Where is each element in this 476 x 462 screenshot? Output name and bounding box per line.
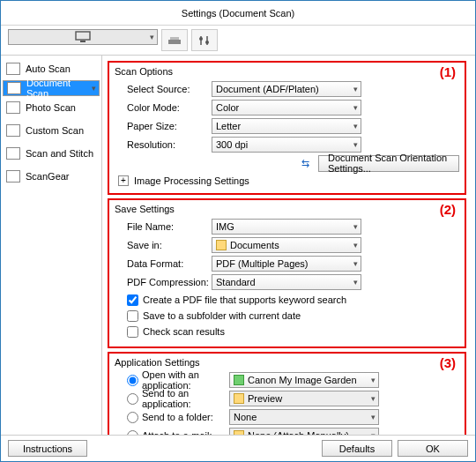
label-pdf-compression: PDF Compression: bbox=[115, 277, 212, 287]
radio-label: Attach to e-mail: bbox=[142, 430, 212, 435]
monitor-icon bbox=[75, 31, 91, 43]
main-panel: (1) Scan Options Select Source:Document … bbox=[102, 56, 475, 435]
label-data-format: Data Format: bbox=[115, 258, 212, 269]
plus-icon: + bbox=[118, 175, 129, 186]
group-title: Save Settings bbox=[115, 204, 459, 214]
group-title: Scan Options bbox=[115, 66, 459, 77]
select-data-format[interactable]: PDF (Multiple Pages) bbox=[212, 256, 361, 272]
orientation-settings-button[interactable]: Document Scan Orientation Settings... bbox=[318, 155, 459, 172]
group-save-settings: (2) Save Settings File Name:IMG Save in:… bbox=[108, 198, 466, 348]
ok-button[interactable]: OK bbox=[398, 440, 468, 457]
doc-icon bbox=[6, 101, 20, 114]
label-file-name: File Name: bbox=[115, 221, 212, 232]
checkbox-label: Save to a subfolder with current date bbox=[143, 310, 301, 321]
sidebar-item-photo-scan[interactable]: Photo Scan bbox=[3, 96, 100, 119]
sidebar-label: Photo Scan bbox=[26, 102, 76, 113]
sidebar-label: ScanGear bbox=[26, 171, 70, 182]
select-attach-email: None (Attach Manually) bbox=[229, 428, 379, 435]
tab-tools[interactable] bbox=[191, 29, 218, 51]
tab-from-scanner[interactable] bbox=[161, 29, 188, 51]
checkbox-check-results[interactable] bbox=[127, 326, 138, 338]
instructions-button[interactable]: Instructions bbox=[8, 440, 87, 457]
svg-point-5 bbox=[199, 37, 203, 41]
label-resolution: Resolution: bbox=[115, 139, 212, 150]
sidebar-item-scangear[interactable]: ScanGear bbox=[3, 165, 100, 188]
sidebar-label: Scan and Stitch bbox=[26, 148, 93, 159]
radio-label: Send to a folder: bbox=[142, 412, 213, 422]
select-resolution[interactable]: 300 dpi bbox=[212, 137, 361, 153]
svg-rect-1 bbox=[80, 41, 86, 42]
toolbar bbox=[1, 26, 475, 56]
folder-icon bbox=[216, 240, 227, 250]
footer: Instructions Defaults OK bbox=[1, 435, 475, 461]
select-send-folder: None bbox=[229, 409, 379, 425]
label-color-mode: Color Mode: bbox=[115, 102, 212, 113]
doc-icon bbox=[6, 170, 20, 183]
radio-open-app[interactable] bbox=[127, 375, 138, 386]
select-file-name[interactable]: IMG bbox=[212, 219, 361, 235]
select-color-mode[interactable]: Color bbox=[212, 100, 361, 116]
select-save-in[interactable]: Documents bbox=[212, 237, 361, 253]
window-title: Settings (Document Scan) bbox=[182, 8, 294, 19]
select-source[interactable]: Document (ADF/Platen) bbox=[212, 81, 361, 97]
checkbox-label: Create a PDF file that supports keyword … bbox=[143, 294, 346, 305]
defaults-button[interactable]: Defaults bbox=[322, 440, 392, 457]
doc-icon bbox=[6, 124, 20, 137]
radio-attach-email[interactable] bbox=[127, 430, 138, 436]
sidebar-item-document-scan[interactable]: Document Scan bbox=[3, 80, 100, 96]
expand-image-processing[interactable]: + Image Processing Settings bbox=[115, 175, 459, 186]
group-number: (3) bbox=[440, 355, 456, 370]
doc-icon bbox=[6, 147, 20, 160]
sidebar-label: Document Scan bbox=[26, 78, 95, 99]
svg-rect-0 bbox=[76, 32, 90, 40]
label-save-in: Save in: bbox=[115, 240, 212, 250]
refresh-icon[interactable]: ⇆ bbox=[301, 158, 309, 169]
sidebar-item-scan-and-stitch[interactable]: Scan and Stitch bbox=[3, 142, 100, 165]
sidebar-label: Auto Scan bbox=[26, 63, 71, 74]
select-open-app[interactable]: Canon My Image Garden bbox=[229, 372, 379, 388]
app-icon bbox=[234, 375, 244, 385]
checkbox-label: Check scan results bbox=[143, 326, 225, 337]
checkbox-subfolder-date[interactable] bbox=[127, 310, 138, 322]
select-pdf-compression[interactable]: Standard bbox=[212, 274, 361, 290]
radio-send-app[interactable] bbox=[127, 393, 138, 405]
group-number: (1) bbox=[440, 64, 456, 79]
mail-icon bbox=[234, 430, 244, 435]
svg-point-7 bbox=[205, 41, 209, 44]
titlebar: Settings (Document Scan) bbox=[1, 1, 475, 26]
label-select-source: Select Source: bbox=[115, 84, 212, 94]
group-scan-options: (1) Scan Options Select Source:Document … bbox=[108, 61, 466, 195]
svg-rect-3 bbox=[170, 37, 179, 40]
tab-from-computer[interactable] bbox=[8, 29, 158, 45]
doc-icon bbox=[6, 63, 20, 75]
settings-window: Settings (Document Scan) Auto Scan Docum… bbox=[0, 0, 476, 462]
folder-icon bbox=[234, 393, 244, 404]
label-paper-size: Paper Size: bbox=[115, 121, 212, 131]
group-number: (2) bbox=[440, 202, 456, 217]
select-send-app: Preview bbox=[229, 391, 379, 406]
group-title: Application Settings bbox=[115, 357, 459, 368]
sidebar-label: Custom Scan bbox=[26, 125, 84, 136]
group-application-settings: (3) Application Settings Open with an ap… bbox=[108, 352, 466, 435]
expand-label: Image Processing Settings bbox=[134, 175, 249, 186]
select-paper-size[interactable]: Letter bbox=[212, 118, 361, 134]
radio-label: Send to an application: bbox=[142, 388, 229, 409]
sliders-icon bbox=[197, 34, 212, 47]
checkbox-keyword-pdf[interactable] bbox=[127, 294, 138, 306]
doc-icon bbox=[7, 82, 21, 94]
svg-rect-2 bbox=[168, 40, 181, 44]
sidebar: Auto Scan Document Scan Photo Scan Custo… bbox=[1, 56, 102, 435]
radio-send-folder[interactable] bbox=[127, 412, 138, 423]
body: Auto Scan Document Scan Photo Scan Custo… bbox=[1, 56, 475, 435]
sidebar-item-custom-scan[interactable]: Custom Scan bbox=[3, 119, 100, 142]
scanner-icon bbox=[167, 34, 182, 47]
